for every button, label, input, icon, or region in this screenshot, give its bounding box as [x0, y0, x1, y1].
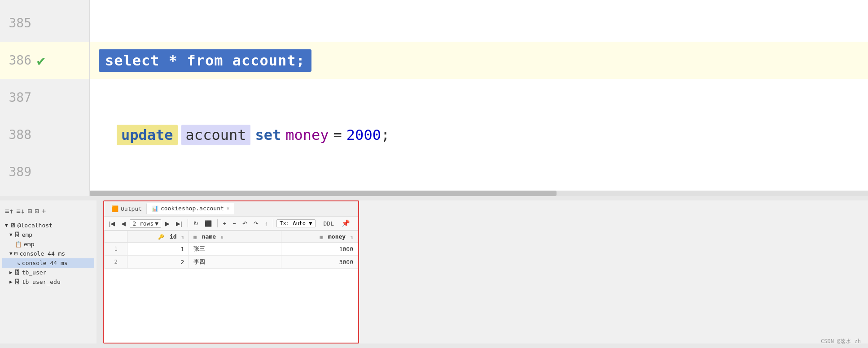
scrollbar-thumb[interactable]	[90, 191, 557, 196]
first-page-button[interactable]: |◀	[107, 219, 117, 228]
line-385: 385	[0, 4, 89, 42]
col-header-money[interactable]: ▦ money ⇅	[281, 231, 358, 243]
code-line-387	[90, 79, 868, 116]
cell-id-1[interactable]: 1	[127, 243, 189, 256]
sidebar-item-emp-db[interactable]: ▼ 🗄 emp	[2, 230, 94, 239]
console-icon: ⊡	[14, 250, 18, 257]
prev-page-button[interactable]: ◀	[119, 219, 128, 228]
sql-select-statement: select * from account;	[99, 49, 311, 72]
cell-id-2[interactable]: 2	[127, 256, 189, 269]
localhost-label: @localhost	[18, 222, 53, 229]
kw-money: money	[285, 126, 329, 144]
last-page-button[interactable]: ▶|	[174, 219, 184, 228]
tb-user-label: tb_user	[22, 269, 47, 276]
grid-icon[interactable]: ⊞	[28, 207, 32, 215]
tab-output[interactable]: 🟧 Output	[107, 204, 147, 214]
row-num-2: 2	[105, 256, 127, 269]
code-editor[interactable]: select * from account; update account se…	[90, 0, 868, 196]
next-page-button[interactable]: ▶	[163, 219, 172, 228]
refresh-button[interactable]: ↻	[191, 219, 201, 228]
row-num-1: 1	[105, 243, 127, 256]
sidebar: ≡↑ ≡↓ ⊞ ⊡ + ▼ 🖥 @localhost ▼ 🗄 emp 📋 emp…	[0, 200, 96, 344]
watermark: CSDN @落水 zh	[821, 338, 861, 345]
filter-icon[interactable]: ⊡	[35, 207, 39, 215]
tx-dropdown-icon: ▼	[309, 220, 312, 226]
line-number-388: 388	[4, 127, 31, 142]
kw-eq: =	[333, 126, 342, 144]
sidebar-item-tb-user-edu[interactable]: ▶ 🗄 tb_user_edu	[2, 277, 94, 287]
col-money-label: money	[328, 233, 346, 240]
col-icon-name: ▦	[193, 234, 197, 240]
sidebar-item-tb-user[interactable]: ▶ 🗄 tb_user	[2, 268, 94, 277]
kw-update: update	[117, 125, 178, 145]
delete-row-button[interactable]: −	[230, 219, 238, 228]
expand-arrow-tb-user: ▶	[9, 270, 13, 275]
table-row[interactable]: 1 1 张三 1000	[105, 243, 358, 256]
table-icon-emp: 📋	[15, 241, 22, 248]
result-panel: 🟧 Output 📊 cookieshop.account ✕ |◀ ◀ 2 r…	[103, 200, 359, 344]
sort-asc-icon[interactable]: ≡↑	[5, 207, 13, 215]
ddl-button[interactable]: DDL	[320, 219, 338, 228]
db-icon-tb-user: 🗄	[14, 269, 20, 276]
sort-icon-id[interactable]: ⇅	[181, 235, 184, 239]
tb-user-edu-label: tb_user_edu	[22, 278, 61, 285]
expand-arrow-localhost: ▼	[5, 222, 8, 228]
stop-button[interactable]: ⬛	[202, 219, 214, 228]
col-header-name[interactable]: ▦ name ⇅	[189, 231, 281, 243]
submit-button[interactable]: ↷	[251, 219, 261, 228]
sidebar-item-localhost[interactable]: ▼ 🖥 @localhost	[2, 221, 94, 230]
tab-account[interactable]: 📊 cookieshop.account ✕	[147, 203, 235, 214]
sidebar-item-console[interactable]: ↘ console 44 ms	[2, 258, 94, 268]
console-item-icon: ↘	[17, 260, 20, 266]
revert-button[interactable]: ↶	[240, 219, 250, 228]
line-number-386: 386	[4, 53, 31, 68]
sidebar-item-console-group[interactable]: ▼ ⊡ console 44 ms	[2, 249, 94, 258]
editor-horizontal-scrollbar[interactable]	[90, 191, 868, 196]
code-line-385	[90, 4, 868, 42]
sort-icon-name[interactable]: ⇅	[221, 235, 224, 239]
cell-name-2[interactable]: 李四	[189, 256, 281, 269]
row-num-header	[105, 231, 127, 243]
result-tabs: 🟧 Output 📊 cookieshop.account ✕	[104, 201, 358, 217]
kw-semi: ;	[381, 126, 390, 144]
expand-arrow-tb-user-edu: ▶	[9, 279, 13, 285]
code-line-388[interactable]: update account set money = 2000 ;	[90, 116, 868, 153]
separator-1	[188, 219, 188, 227]
cell-money-2[interactable]: 3000	[281, 256, 358, 269]
move-up-button[interactable]: ↑	[263, 219, 270, 228]
cell-money-1[interactable]: 1000	[281, 243, 358, 256]
check-icon-386: ✔	[37, 52, 45, 69]
separator-2	[217, 219, 218, 227]
sidebar-item-emp-table[interactable]: 📋 emp	[2, 239, 94, 249]
line-388: 388	[0, 116, 89, 153]
col-name-label: name	[202, 233, 216, 240]
table-row[interactable]: 2 2 李四 3000	[105, 256, 358, 269]
col-header-id[interactable]: 🔑 id ⇅	[127, 231, 189, 243]
col-icon-money: ▦	[320, 234, 323, 240]
kw-value: 2000	[346, 126, 381, 144]
console-item-label: console 44 ms	[22, 260, 68, 266]
cell-name-1[interactable]: 张三	[189, 243, 281, 256]
code-line-386[interactable]: select * from account;	[90, 42, 868, 79]
emp-db-label: emp	[22, 231, 32, 238]
tx-auto-dropdown[interactable]: Tx: Auto ▼	[276, 219, 315, 227]
console-group-label: console 44 ms	[19, 250, 65, 257]
rows-count-label: 2 rows	[132, 220, 153, 227]
add-icon[interactable]: +	[42, 207, 46, 215]
result-table-area: 🔑 id ⇅ ▦ name ⇅ ▦ money ⇅	[104, 231, 358, 343]
expand-arrow-emp: ▼	[9, 232, 13, 238]
line-number-385: 385	[4, 16, 31, 30]
db-icon-tb-user-edu: 🗄	[14, 278, 20, 285]
right-empty-area	[359, 200, 868, 344]
tx-auto-label: Tx: Auto	[280, 220, 306, 226]
rows-selector[interactable]: 2 rows ▼	[130, 219, 161, 228]
table-tab-icon: 📊	[151, 205, 158, 212]
sort-icon-money[interactable]: ⇅	[351, 235, 353, 239]
tab-close-icon[interactable]: ✕	[227, 205, 230, 211]
output-tab-icon: 🟧	[111, 205, 118, 212]
table-header-row: 🔑 id ⇅ ▦ name ⇅ ▦ money ⇅	[105, 231, 358, 243]
sort-desc-icon[interactable]: ≡↓	[16, 207, 25, 215]
pin-icon[interactable]: 📌	[339, 218, 352, 228]
add-row-button[interactable]: +	[221, 219, 229, 228]
line-387: 387	[0, 79, 89, 116]
